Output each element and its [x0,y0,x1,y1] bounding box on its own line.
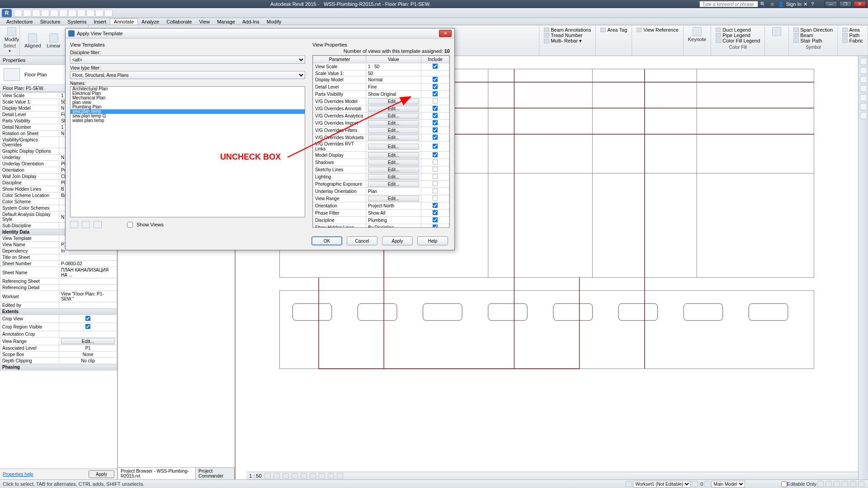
fabric-sym-button[interactable]: Fabric [841,38,864,43]
pipe-legend-button[interactable]: Pipe Legend [715,33,761,38]
aligned-icon [28,33,37,42]
cursor-icon [7,27,16,36]
parameter-grid[interactable]: Parameter Value Include View Scale1 : 50… [312,55,450,56]
ribbon-tabs: Architecture Structure Systems Insert An… [0,18,868,25]
view-properties-label: View Properties [312,42,450,47]
search-icon[interactable]: 🔍 [760,1,766,7]
open-icon[interactable] [14,9,22,17]
redo-icon[interactable] [41,9,49,17]
path-sym-icon [842,33,848,38]
minimize-button[interactable]: — [825,1,837,7]
save-icon[interactable] [23,9,31,17]
col-include: Include [421,56,449,56]
close-view-icon[interactable] [95,9,104,17]
span-dir-button[interactable]: Span Direction [793,27,834,33]
print-icon[interactable] [50,9,58,17]
signin-link[interactable]: Sign In [786,1,802,7]
symbol-button[interactable] [768,26,786,38]
tab-structure[interactable]: Structure [37,19,64,24]
aligned-dim-button[interactable]: Aligned [23,26,43,56]
span-icon [793,28,799,32]
duct-legend-button[interactable]: Duct Legend [715,27,761,33]
maximize-button[interactable]: ❐ [839,1,852,7]
doc-name: WSS-Plumbing-R2015.rvt - Floor Plan: P1-… [324,1,431,7]
path-sym-button[interactable]: Path [841,33,864,38]
beam-sym-button[interactable]: Beam [793,33,834,38]
discipline-filter-select[interactable]: <all> [70,56,305,56]
symbol-icon [772,27,781,36]
undo-icon[interactable] [32,9,40,17]
tab-insert[interactable]: Insert [90,19,110,24]
tab-modify[interactable]: Modify [263,19,285,24]
colorfill-legend-icon [716,38,721,43]
multi-rebar-button[interactable]: Multi- Rebar ▾ [543,38,592,44]
col-parameter: Parameter [313,56,366,56]
fabric-sym-icon [842,38,848,43]
select-dropdown[interactable]: Select ▾ [3,43,17,54]
close-button[interactable]: ✕ [854,1,866,7]
tab-systems[interactable]: Systems [64,19,90,24]
star-icon[interactable]: ☆ [770,1,774,7]
colorfill-legend-button[interactable]: Color Fill Legend [715,38,761,43]
view-ref-button[interactable]: View Reference [636,27,679,33]
tread-num-button[interactable]: Tread Number [543,33,592,38]
tab-collaborate[interactable]: Collaborate [163,19,195,24]
beam-annot-button[interactable]: Beam Annotations [543,27,592,33]
beam-annot-icon [544,28,549,32]
dialog-icon [68,30,75,37]
keynote-icon [693,27,702,36]
tab-manage[interactable]: Manage [213,19,239,24]
area-tag-icon [600,28,606,32]
exchange-icon[interactable]: ✕ [803,1,807,7]
align-icon[interactable] [68,9,76,17]
tab-addins[interactable]: Add-Ins [239,19,263,24]
dialog-title: Apply View Template [77,31,123,36]
user-icon[interactable]: 👤 [778,1,784,7]
thin-lines-icon[interactable] [104,9,113,17]
view-templates-label: View Templates [70,42,305,47]
switch-icon[interactable] [86,9,94,17]
col-value: Value [366,56,421,56]
measure-icon[interactable] [59,9,67,17]
tread-icon [544,33,549,38]
rebar-icon [544,39,549,43]
pipe-legend-icon [716,33,721,38]
sync-icon[interactable] [77,9,85,17]
area-sym-icon [842,28,848,32]
stair-icon [793,38,799,43]
title-bar: Autodesk Revit 2015 - WSS-Plumbing-R2015… [0,0,868,8]
duct-legend-icon [716,28,721,32]
app-logo-icon[interactable]: R [2,9,12,17]
tab-view[interactable]: View [196,19,214,24]
tab-architecture[interactable]: Architecture [3,19,37,24]
view-ref-icon [637,28,642,32]
quick-access-toolbar: R [0,8,868,18]
linear-dim-button[interactable]: Linear [45,26,63,56]
assigned-label: Number of views with this template assig… [344,48,443,54]
tab-annotate[interactable]: Annotate [110,19,138,24]
linear-icon [49,33,58,42]
apply-view-template-dialog: Apply View Template ✕ View Templates Dis… [65,28,455,56]
stair-path-button[interactable]: Stair Path [793,38,834,43]
keynote-button[interactable]: Keynote [686,26,708,43]
area-sym-button[interactable]: Area [841,27,864,33]
app-name: Autodesk Revit 2015 - [270,1,319,7]
help-search[interactable] [699,1,758,7]
discipline-filter-label: Discipline filter: [70,50,305,55]
dialog-close-button[interactable]: ✕ [439,30,452,37]
modify-button[interactable]: Modify [3,26,21,43]
beam-sym-icon [793,33,799,38]
tab-analyze[interactable]: Analyze [138,19,163,24]
help-icon[interactable]: ? [811,1,814,7]
assigned-count: 10 [444,48,450,54]
area-tag-button[interactable]: Area Tag [599,27,628,33]
